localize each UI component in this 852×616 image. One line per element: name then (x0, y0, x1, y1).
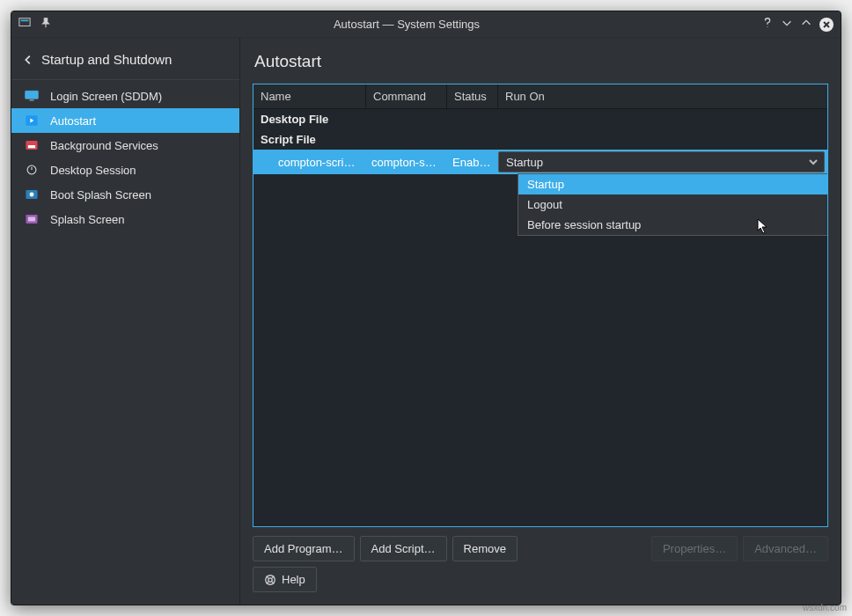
runon-dropdown: Startup Logout Before session startup (518, 173, 828, 236)
action-buttons: Add Program… Add Script… Remove Properti… (253, 527, 828, 561)
runon-combobox[interactable]: Startup (498, 151, 825, 172)
watermark: wsxdn.com (803, 603, 847, 612)
content-area: Startup and Shutdown Login Screen (SDDM)… (11, 38, 841, 605)
help-icon[interactable] (761, 17, 774, 32)
main-panel: Autostart Name Command Status Run On Des… (240, 38, 841, 605)
sidebar-item-boot-splash[interactable]: Boot Splash Screen (11, 182, 239, 207)
help-button[interactable]: Help (253, 567, 317, 592)
svg-rect-2 (26, 91, 39, 99)
sidebar-item-login-screen[interactable]: Login Screen (SDDM) (11, 84, 239, 108)
group-desktop-file[interactable]: Desktop File (253, 109, 827, 129)
column-status[interactable]: Status (447, 84, 498, 108)
sidebar-item-label: Login Screen (SDDM) (50, 90, 162, 103)
services-icon (22, 138, 41, 152)
column-runon[interactable]: Run On (498, 84, 827, 108)
close-icon[interactable] (819, 18, 834, 32)
sidebar-item-splash-screen[interactable]: Splash Screen (11, 207, 239, 231)
sidebar-item-label: Background Services (50, 139, 158, 152)
column-command[interactable]: Command (366, 84, 447, 108)
dropdown-option-before-session[interactable]: Before session startup (518, 215, 828, 235)
remove-button[interactable]: Remove (452, 536, 518, 561)
svg-point-9 (30, 193, 34, 197)
sidebar-item-label: Boot Splash Screen (50, 188, 151, 202)
sidebar-item-label: Splash Screen (50, 213, 125, 226)
maximize-icon[interactable] (800, 17, 812, 32)
power-icon (22, 163, 41, 177)
sidebar-item-desktop-session[interactable]: Desktop Session (11, 158, 239, 182)
boot-splash-icon (22, 187, 41, 202)
play-icon (22, 114, 41, 128)
table-header: Name Command Status Run On (253, 84, 827, 109)
sidebar-separator (11, 79, 239, 80)
combobox-value: Startup (506, 156, 543, 169)
minimize-icon[interactable] (781, 17, 793, 32)
sidebar: Startup and Shutdown Login Screen (SDDM)… (11, 38, 240, 605)
splash-icon (22, 212, 41, 226)
cell-status: Enabled (447, 156, 498, 169)
sidebar-item-autostart[interactable]: Autostart (11, 108, 239, 133)
add-program-button[interactable]: Add Program… (253, 536, 355, 561)
sidebar-back[interactable]: Startup and Shutdown (11, 43, 239, 76)
sidebar-item-label: Desktop Session (50, 164, 136, 177)
sidebar-item-label: Autostart (50, 114, 96, 128)
dropdown-option-startup[interactable]: Startup (518, 174, 828, 194)
svg-rect-1 (21, 20, 29, 22)
svg-rect-0 (19, 18, 30, 26)
monitor-icon (22, 89, 41, 103)
cell-name: compton-script.sh (273, 156, 366, 169)
page-title: Autostart (253, 45, 828, 84)
svg-rect-11 (28, 217, 35, 222)
group-script-file[interactable]: Script File (253, 129, 827, 150)
window-title: Autostart — System Settings (52, 18, 761, 31)
dropdown-option-logout[interactable]: Logout (518, 194, 828, 215)
svg-rect-6 (28, 145, 35, 148)
help-label: Help (282, 573, 305, 586)
column-name[interactable]: Name (253, 84, 366, 108)
cell-command: compton-scri… (366, 156, 447, 169)
advanced-button: Advanced… (743, 536, 828, 561)
table-row[interactable]: compton-script.sh compton-scri… Enabled … (253, 150, 827, 174)
titlebar: Autostart — System Settings (11, 11, 841, 38)
add-script-button[interactable]: Add Script… (360, 536, 447, 561)
app-menu-icon[interactable] (18, 17, 31, 32)
chevron-down-icon (808, 157, 819, 167)
svg-rect-3 (30, 99, 34, 101)
pin-icon[interactable] (40, 17, 52, 32)
sidebar-item-background-services[interactable]: Background Services (11, 133, 239, 158)
svg-point-13 (268, 577, 272, 581)
sidebar-header-label: Startup and Shutdown (41, 52, 172, 67)
autostart-table: Name Command Status Run On Desktop File … (253, 84, 828, 527)
properties-button: Properties… (651, 536, 738, 561)
lifebuoy-icon (264, 574, 276, 586)
settings-window: Autostart — System Settings Startup and … (11, 11, 841, 605)
